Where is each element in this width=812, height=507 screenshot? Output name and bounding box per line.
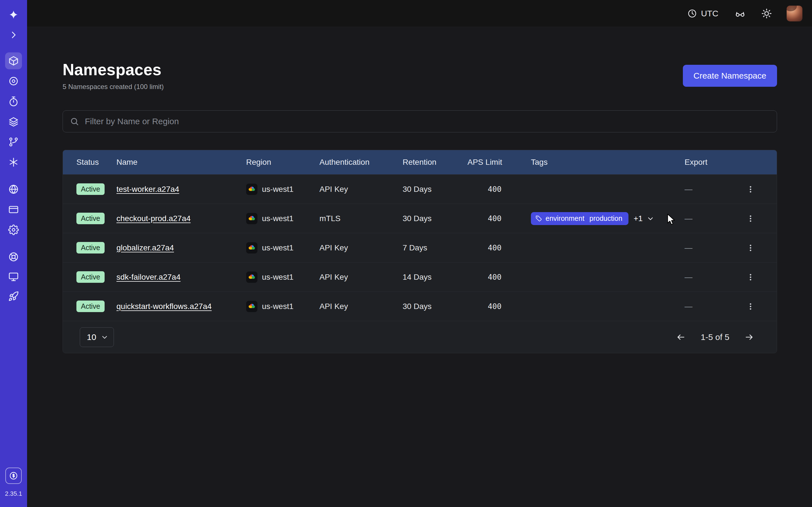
dollar-icon [9, 471, 18, 480]
page-title: Namespaces [63, 60, 164, 79]
create-namespace-button[interactable]: Create Namespace [683, 65, 777, 87]
kebab-menu-icon [746, 244, 755, 252]
nav-workflows-button[interactable] [5, 73, 22, 90]
monitor-icon [8, 271, 19, 282]
temporal-logo-button[interactable] [5, 6, 22, 23]
page-title-block: Namespaces 5 Namespaces created (100 lim… [63, 60, 164, 91]
gcp-cloud-icon [246, 213, 257, 224]
glasses-icon [735, 8, 746, 19]
avatar[interactable] [786, 6, 802, 21]
kebab-menu-icon [746, 273, 755, 281]
aps-limit-value: 400 [467, 273, 531, 281]
table-row: Active checkout-prod.a27a4 us-west1 mTLS… [63, 204, 777, 233]
row-actions-button[interactable] [744, 212, 757, 225]
nav-getting-started-button[interactable] [5, 288, 22, 305]
column-header-status: Status [63, 158, 116, 167]
status-badge: Active [77, 242, 105, 253]
target-icon [8, 76, 19, 87]
asterisk-icon [8, 157, 19, 168]
page-size-value: 10 [87, 332, 96, 342]
namespace-link[interactable]: test-worker.a27a4 [116, 185, 179, 194]
authentication-value: API Key [319, 243, 403, 252]
table-row: Active quickstart-workflows.a27a4 us-wes… [63, 291, 777, 321]
export-value: — [684, 302, 735, 311]
rocket-icon [8, 291, 19, 302]
retention-value: 30 Days [403, 185, 467, 194]
nav-schedules-button[interactable] [5, 93, 22, 110]
tag-overflow-count: +1 [633, 214, 643, 223]
authentication-value: API Key [319, 273, 403, 282]
column-header-retention: Retention [403, 158, 467, 167]
pager: 1-5 of 5 [675, 331, 755, 343]
row-actions-button[interactable] [744, 182, 757, 196]
kebab-menu-icon [746, 185, 755, 193]
status-badge: Active [77, 300, 105, 312]
namespace-link[interactable]: globalizer.a27a4 [116, 243, 174, 252]
namespace-link[interactable]: sdk-failover.a27a4 [116, 273, 181, 282]
nav-batch-operations-button[interactable] [5, 113, 22, 130]
tags-expand-button[interactable] [645, 213, 656, 224]
column-header-tags: Tags [531, 158, 684, 167]
aps-limit-value: 400 [467, 185, 531, 193]
tag-pill[interactable]: environment production [531, 212, 628, 225]
nav-support-button[interactable] [5, 248, 22, 265]
nav-cloud-button[interactable] [5, 181, 22, 198]
arrow-right-icon [745, 332, 754, 342]
sidebar-top-group [0, 6, 27, 43]
column-header-authentication: Authentication [319, 158, 403, 167]
table-footer: 10 1-5 of 5 [63, 321, 777, 353]
retention-value: 7 Days [403, 243, 467, 252]
table-row: Active globalizer.a27a4 us-west1 API Key… [63, 233, 777, 262]
topbar: UTC [27, 0, 812, 27]
sidebar-nav-help [0, 248, 27, 305]
gcp-cloud-icon [246, 242, 257, 253]
sidebar-bottom-group: 2.35.1 [0, 467, 27, 497]
export-value: — [684, 185, 735, 194]
row-actions-button[interactable] [744, 270, 757, 284]
globe-icon [8, 184, 19, 194]
page-subtitle: 5 Namespaces created (100 limit) [63, 83, 164, 91]
arrow-left-icon [676, 332, 686, 342]
table-row: Active sdk-failover.a27a4 us-west1 API K… [63, 262, 777, 291]
labs-toggle-button[interactable] [733, 7, 747, 20]
gcp-cloud-icon [246, 272, 257, 283]
chevron-down-icon [647, 215, 654, 223]
nav-namespaces-button[interactable] [5, 52, 22, 69]
namespace-link[interactable]: checkout-prod.a27a4 [116, 214, 191, 223]
authentication-value: mTLS [319, 214, 403, 223]
nav-deployments-button[interactable] [5, 133, 22, 151]
search-input[interactable] [63, 110, 777, 132]
nav-billing-button[interactable] [5, 201, 22, 218]
region-label: us-west1 [262, 214, 294, 223]
sidebar-expand-button[interactable] [5, 26, 22, 43]
namespace-link[interactable]: quickstart-workflows.a27a4 [116, 302, 212, 311]
nav-docs-button[interactable] [5, 268, 22, 285]
theme-toggle-button[interactable] [760, 7, 773, 20]
nav-settings-button[interactable] [5, 221, 22, 238]
search-icon [70, 117, 79, 126]
chevron-down-icon [101, 333, 109, 341]
kebab-menu-icon [746, 302, 755, 311]
aps-limit-value: 400 [467, 214, 531, 223]
previous-page-button[interactable] [675, 331, 687, 343]
sidebar: 2.35.1 [0, 0, 27, 507]
export-value: — [684, 214, 735, 223]
main-area: UTC Namespaces 5 Namespaces created (100… [27, 0, 812, 507]
row-actions-button[interactable] [744, 241, 757, 255]
table-row: Active test-worker.a27a4 us-west1 API Ke… [63, 174, 777, 204]
page-header: Namespaces 5 Namespaces created (100 lim… [63, 60, 777, 91]
page-size-select[interactable]: 10 [80, 327, 114, 347]
namespaces-table: Status Name Region Authentication Retent… [63, 150, 777, 353]
aps-limit-value: 400 [467, 243, 531, 252]
row-actions-button[interactable] [744, 300, 757, 313]
status-badge: Active [77, 213, 105, 224]
filter-bar [63, 110, 777, 132]
layers-icon [8, 116, 19, 127]
column-header-name: Name [116, 158, 246, 167]
next-page-button[interactable] [743, 331, 755, 343]
timezone-button[interactable]: UTC [686, 8, 720, 18]
tag-icon [536, 215, 542, 222]
nav-nexus-button[interactable] [5, 154, 22, 171]
usage-button[interactable] [5, 467, 22, 484]
sun-icon [761, 8, 772, 19]
